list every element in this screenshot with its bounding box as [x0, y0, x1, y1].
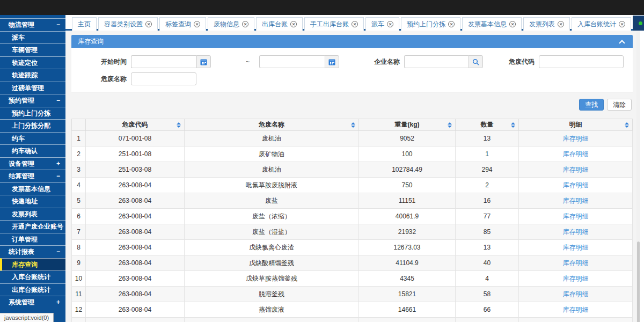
tab-close-icon[interactable]: ✕ — [242, 21, 248, 27]
inventory-detail-link[interactable]: 库存明细 — [563, 244, 589, 251]
sidebar-item[interactable]: 开通产废企业账号 — [0, 220, 65, 233]
column-header-waste-code[interactable]: 危废代码 — [86, 119, 185, 131]
inventory-detail-link[interactable]: 库存明细 — [563, 306, 589, 313]
tab-close-icon[interactable]: ✕ — [387, 21, 393, 27]
quantity-cell: 66 — [456, 302, 519, 318]
content-scrollbar[interactable] — [636, 32, 640, 322]
panel-header[interactable]: 库存查询 — [71, 35, 633, 48]
inventory-detail-link[interactable]: 库存明细 — [563, 197, 589, 204]
sidebar-item[interactable]: 车辆管理 — [0, 43, 65, 56]
sidebar-item[interactable]: 约车确认 — [0, 144, 65, 157]
sidebar-item[interactable]: 轨迹跟踪 — [0, 69, 65, 82]
tab-close-icon[interactable]: ✕ — [194, 21, 200, 27]
table-row: 10 263-008-04 戊炔草胺蒸馏釜残 4345 4 库存明细 — [72, 271, 633, 287]
tab[interactable]: 发票基本信息 ✕ — [462, 17, 522, 31]
row-index-header — [72, 119, 86, 131]
sidebar-item[interactable]: 快递地址 — [0, 195, 65, 208]
sort-icon[interactable] — [177, 122, 181, 128]
tab[interactable]: 派车 ✕ — [365, 17, 399, 31]
sidebar-item[interactable]: 系统管理 + — [0, 296, 65, 309]
table-header-row: 危废代码 危废名称 重量(kg) 数量 明细 — [72, 119, 633, 131]
tab-close-icon[interactable]: ✕ — [145, 21, 152, 27]
sort-icon[interactable] — [625, 122, 629, 128]
collapse-chevron-icon[interactable] — [619, 40, 625, 46]
tab[interactable]: 标签查询 ✕ — [159, 17, 206, 31]
sidebar-item[interactable]: 库存查询 — [0, 258, 65, 271]
scrollbar-thumb[interactable] — [637, 241, 640, 322]
sidebar-item[interactable]: 派车 — [0, 31, 65, 44]
inventory-detail-link[interactable]: 库存明细 — [563, 150, 589, 158]
inventory-detail-link[interactable]: 库存明细 — [563, 135, 589, 142]
inventory-detail-link[interactable]: 库存明细 — [563, 166, 589, 173]
sidebar-item[interactable]: 过磅单管理 — [0, 82, 65, 94]
search-icon[interactable] — [469, 55, 483, 68]
tab-close-icon[interactable]: ✕ — [290, 21, 297, 27]
calendar-icon[interactable] — [196, 55, 211, 68]
company-name-input[interactable] — [404, 55, 469, 68]
column-header-detail[interactable]: 明细 — [519, 119, 633, 131]
sidebar-item-label: 结算管理 — [9, 172, 34, 180]
sidebar-item[interactable]: 设备管理 + — [0, 157, 65, 170]
sidebar-item[interactable]: 轨迹定位 — [0, 56, 65, 69]
sidebar-item[interactable]: 物流管理 − — [0, 18, 65, 31]
inventory-detail-link[interactable]: 库存明细 — [563, 290, 589, 298]
sort-icon[interactable] — [351, 122, 355, 128]
table-row: 11 263-008-04 脱溶釜残 15821 58 库存明细 — [72, 287, 633, 302]
expand-toggle-icon[interactable]: − — [56, 19, 60, 32]
sidebar-item-label: 预约管理 — [9, 97, 34, 104]
tab-close-icon[interactable]: ✕ — [619, 21, 625, 27]
column-header-quantity[interactable]: 数量 — [456, 119, 519, 131]
end-date-input[interactable] — [259, 55, 325, 68]
inventory-detail-link[interactable]: 库存明细 — [563, 181, 589, 189]
expand-toggle-icon[interactable]: + — [56, 158, 60, 171]
tab[interactable]: 入库台账统计 ✕ — [572, 17, 631, 31]
row-index: 5 — [72, 193, 86, 209]
clear-button[interactable]: 清除 — [607, 99, 632, 111]
quantity-cell: 16 — [456, 193, 519, 209]
sidebar-item-label: 入库台账统计 — [12, 273, 50, 281]
column-header-weight[interactable]: 重量(kg) — [359, 119, 456, 131]
expand-toggle-icon[interactable]: − — [56, 246, 60, 259]
sidebar-item[interactable]: 统计报表 − — [0, 245, 65, 258]
inventory-detail-link[interactable]: 库存明细 — [563, 275, 589, 282]
expand-toggle-icon[interactable]: − — [56, 94, 60, 107]
start-date-input[interactable] — [131, 55, 196, 68]
waste-name-input[interactable] — [131, 72, 196, 85]
tab[interactable]: 废物信息 ✕ — [208, 17, 254, 31]
sidebar-item[interactable]: 预约管理 − — [0, 94, 65, 107]
search-button[interactable]: 查找 — [579, 99, 604, 111]
sidebar-item[interactable]: 入库台账统计 — [0, 270, 65, 283]
tab-close-icon[interactable]: ✕ — [352, 21, 358, 27]
tab[interactable]: 主页 ✕ — [72, 17, 97, 31]
inventory-detail-link[interactable]: 库存明细 — [563, 213, 589, 220]
tab[interactable]: 手工出库台账 ✕ — [304, 17, 364, 31]
sidebar-item[interactable]: 约车 — [0, 132, 65, 145]
column-header-waste-name[interactable]: 危废名称 — [185, 119, 359, 131]
sidebar-item[interactable]: 预约上门分拣 — [0, 107, 65, 120]
expand-toggle-icon[interactable]: − — [56, 170, 60, 183]
tab[interactable]: 预约上门分拣 ✕ — [401, 17, 460, 31]
inventory-detail-link[interactable]: 库存明细 — [563, 259, 589, 267]
waste-code-input[interactable] — [539, 55, 624, 68]
sidebar-item[interactable]: 发票列表 — [0, 208, 65, 221]
tab-close-icon[interactable]: ✕ — [558, 21, 564, 27]
sidebar-item[interactable]: 发票基本信息 — [0, 182, 65, 195]
sidebar-item[interactable]: 订单管理 — [0, 233, 65, 246]
tab[interactable]: 发票列表 ✕ — [523, 17, 570, 31]
calendar-icon[interactable] — [325, 55, 339, 68]
expand-toggle-icon[interactable]: + — [56, 296, 60, 309]
tab[interactable]: 出库台账 ✕ — [256, 17, 303, 31]
tab-close-icon[interactable]: ✕ — [509, 21, 516, 27]
tab[interactable]: 库存查询 ✕ — [633, 16, 644, 31]
tab-close-icon[interactable]: ✕ — [448, 21, 455, 27]
sort-icon[interactable] — [448, 122, 452, 128]
sort-icon[interactable] — [511, 122, 515, 128]
sidebar-item[interactable]: 结算管理 − — [0, 170, 65, 182]
inventory-detail-link[interactable]: 库存明细 — [563, 228, 589, 236]
waste-code-cell: 263-008-04 — [86, 209, 185, 224]
sidebar-item[interactable]: 出库台账统计 — [0, 283, 65, 296]
tab[interactable]: 容器类别设置 ✕ — [98, 17, 158, 31]
table-row: 12 263-008-04 蒸馏废液 14661 66 库存明细 — [72, 302, 633, 318]
sidebar-item[interactable]: 上门分拣分配 — [0, 119, 65, 132]
row-index: 12 — [72, 302, 86, 318]
